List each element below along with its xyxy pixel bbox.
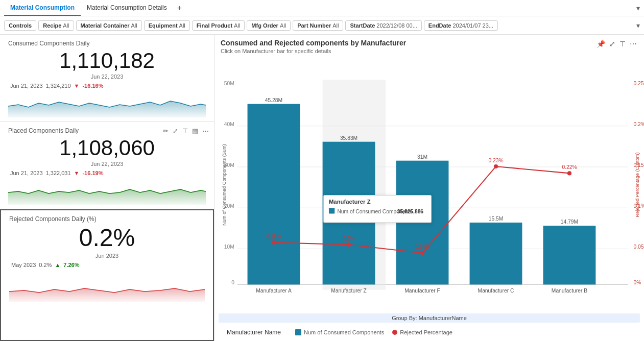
filter-mfg-order-value: All bbox=[280, 22, 286, 29]
legend-consumed: Num of Consumed Components bbox=[295, 329, 384, 335]
filter-mfg-order[interactable]: Mfg Order All bbox=[247, 20, 291, 31]
chart-more-icon[interactable]: ⋯ bbox=[629, 39, 638, 49]
svg-text:Manufacturer C: Manufacturer C bbox=[478, 288, 514, 294]
filter-material-container-label: Material Container bbox=[81, 22, 130, 29]
chart-pin-icon[interactable]: 📌 bbox=[595, 39, 606, 49]
tab-add-button[interactable]: + bbox=[173, 4, 186, 13]
kpi-placed-value: 1,108,060 bbox=[8, 136, 206, 160]
pencil-icon[interactable]: ✏ bbox=[162, 126, 170, 136]
kpi-rejected-date: Jun 2023 bbox=[9, 253, 205, 259]
svg-text:35.83M: 35.83M bbox=[340, 135, 357, 141]
svg-text:0.2%: 0.2% bbox=[633, 121, 644, 127]
placed-card-toolbar: ✏ ⤢ ⊤ ▦ ⋯ bbox=[162, 126, 210, 136]
svg-text:0.22%: 0.22% bbox=[562, 164, 577, 170]
svg-text:0.23%: 0.23% bbox=[488, 158, 503, 163]
kpi-consumed-prev-date: Jun 21, 2023 bbox=[10, 83, 43, 89]
rejection-dot-a bbox=[272, 240, 276, 245]
chart-filter-icon[interactable]: ⊤ bbox=[618, 39, 627, 49]
kpi-consumed-prev-value: 1,324,210 bbox=[46, 83, 71, 89]
svg-text:14.79M: 14.79M bbox=[561, 219, 578, 225]
more-icon[interactable]: ⋯ bbox=[201, 126, 210, 136]
right-panel: Consumed and Rejected components by Manu… bbox=[214, 35, 644, 341]
chart-header: Consumed and Rejected components by Manu… bbox=[214, 35, 644, 56]
filter-start-date-value: 2022/12/08 00... bbox=[376, 22, 417, 29]
bar-manufacturer-a[interactable] bbox=[248, 104, 300, 285]
filter-recipe[interactable]: Recipe All bbox=[38, 20, 74, 31]
kpi-placed-arrow-icon: ▼ bbox=[74, 170, 80, 176]
kpi-placed-card: Placed Components Daily 1,108,060 Jun 22… bbox=[0, 122, 214, 209]
svg-text:31M: 31M bbox=[417, 154, 427, 160]
kpi-consumed-date: Jun 22, 2023 bbox=[8, 74, 206, 80]
filter-bar: Controls Recipe All Material Container A… bbox=[0, 16, 644, 35]
kpi-rejected-arrow-icon: ▲ bbox=[55, 262, 60, 268]
svg-text:10M: 10M bbox=[224, 244, 234, 250]
filter-end-date[interactable]: EndDate 2024/01/07 23... bbox=[424, 20, 498, 31]
kpi-rejected-change: 7.26% bbox=[63, 262, 79, 268]
svg-text:0.2%: 0.2% bbox=[343, 236, 354, 241]
legend-consumed-label: Num of Consumed Components bbox=[304, 329, 384, 335]
bar-chart-svg: 50M 40M 30M 20M 10M 0 0.25% 0.2% 0.15% 0… bbox=[219, 56, 644, 313]
kpi-placed-date: Jun 22, 2023 bbox=[8, 161, 206, 167]
svg-text:0.19%: 0.19% bbox=[266, 234, 281, 239]
filter-controls[interactable]: Controls bbox=[4, 20, 36, 31]
filter-final-product[interactable]: Final Product All bbox=[192, 20, 245, 31]
filter-part-number-value: All bbox=[332, 22, 339, 29]
bar-manufacturer-b[interactable] bbox=[543, 226, 596, 284]
kpi-rejected-card: Rejected Components Daily (%) 0.2% Jun 2… bbox=[0, 209, 214, 341]
svg-text:0.25%: 0.25% bbox=[633, 81, 644, 86]
filter-equipment-value: All bbox=[179, 22, 185, 29]
kpi-placed-change: -16.19% bbox=[82, 170, 103, 176]
rejection-dot-c bbox=[494, 164, 498, 168]
kpi-consumed-card: Consumed Components Daily 1,110,182 Jun … bbox=[0, 35, 214, 122]
kpi-rejected-prev: May 2023 0.2% ▲ 7.26% bbox=[9, 262, 205, 268]
svg-text:0: 0 bbox=[231, 280, 234, 285]
tab-bar-chevron[interactable]: ▾ bbox=[636, 4, 640, 12]
svg-text:Manufacturer Z: Manufacturer Z bbox=[329, 199, 371, 205]
filter-recipe-value: All bbox=[63, 22, 69, 29]
filter-controls-label: Controls bbox=[9, 22, 32, 29]
expand-icon[interactable]: ⤢ bbox=[172, 126, 179, 136]
kpi-consumed-arrow-icon: ▼ bbox=[74, 83, 80, 89]
legend-rejected-label: Rejected Percentage bbox=[400, 329, 452, 335]
kpi-consumed-sparkline bbox=[8, 92, 206, 117]
rejection-dot-z bbox=[347, 242, 351, 247]
filter-icon[interactable]: ⊤ bbox=[181, 126, 189, 136]
svg-text:0%: 0% bbox=[633, 280, 641, 285]
left-panel: Consumed Components Daily 1,110,182 Jun … bbox=[0, 35, 214, 341]
kpi-rejected-prev-value: 0.2% bbox=[39, 262, 52, 268]
svg-text:Rejected Percentage (Custom): Rejected Percentage (Custom) bbox=[635, 153, 640, 217]
chart-legend: Manufacturer Name Num of Consumed Compon… bbox=[214, 325, 644, 341]
kpi-rejected-prev-date: May 2023 bbox=[11, 262, 36, 268]
rejection-dot-f bbox=[420, 251, 424, 255]
filter-start-date-label: StartDate bbox=[350, 22, 375, 29]
filter-equipment-label: Equipment bbox=[149, 22, 178, 29]
filter-part-number[interactable]: Part Number All bbox=[293, 20, 343, 31]
svg-text:15.5M: 15.5M bbox=[489, 216, 504, 222]
filter-material-container[interactable]: Material Container All bbox=[76, 20, 142, 31]
kpi-consumed-value: 1,110,182 bbox=[8, 49, 206, 72]
svg-rect-41 bbox=[329, 208, 335, 213]
tab-material-consumption[interactable]: Material Consumption bbox=[4, 0, 81, 16]
filter-start-date[interactable]: StartDate 2022/12/08 00... bbox=[345, 20, 421, 31]
filter-end-date-value: 2024/01/07 23... bbox=[452, 22, 493, 29]
bar-manufacturer-c[interactable] bbox=[470, 223, 522, 284]
tab-material-consumption-details[interactable]: Material Consumption Details bbox=[81, 0, 173, 16]
chart-title: Consumed and Rejected components by Manu… bbox=[221, 39, 406, 47]
kpi-consumed-title: Consumed Components Daily bbox=[8, 40, 206, 47]
main-layout: Consumed Components Daily 1,110,182 Jun … bbox=[0, 35, 644, 341]
filter-equipment[interactable]: Equipment All bbox=[144, 20, 190, 31]
filter-final-product-value: All bbox=[234, 22, 240, 29]
table-icon[interactable]: ▦ bbox=[191, 126, 199, 136]
legend-rejected: Rejected Percentage bbox=[392, 329, 452, 335]
chart-icons: 📌 ⤢ ⊤ ⋯ bbox=[595, 39, 638, 49]
svg-text:0.05%: 0.05% bbox=[633, 244, 644, 250]
svg-marker-2 bbox=[9, 288, 205, 302]
filter-bar-expand-icon[interactable]: ▾ bbox=[636, 21, 640, 30]
svg-text:45.28M: 45.28M bbox=[265, 98, 282, 103]
svg-marker-1 bbox=[8, 189, 206, 205]
svg-text:Manufacturer F: Manufacturer F bbox=[404, 288, 440, 294]
kpi-consumed-change: -16.16% bbox=[82, 83, 103, 89]
svg-text:Manufacturer B: Manufacturer B bbox=[552, 288, 587, 294]
filter-mfg-order-label: Mfg Order bbox=[251, 22, 278, 29]
chart-expand-icon[interactable]: ⤢ bbox=[608, 39, 616, 49]
